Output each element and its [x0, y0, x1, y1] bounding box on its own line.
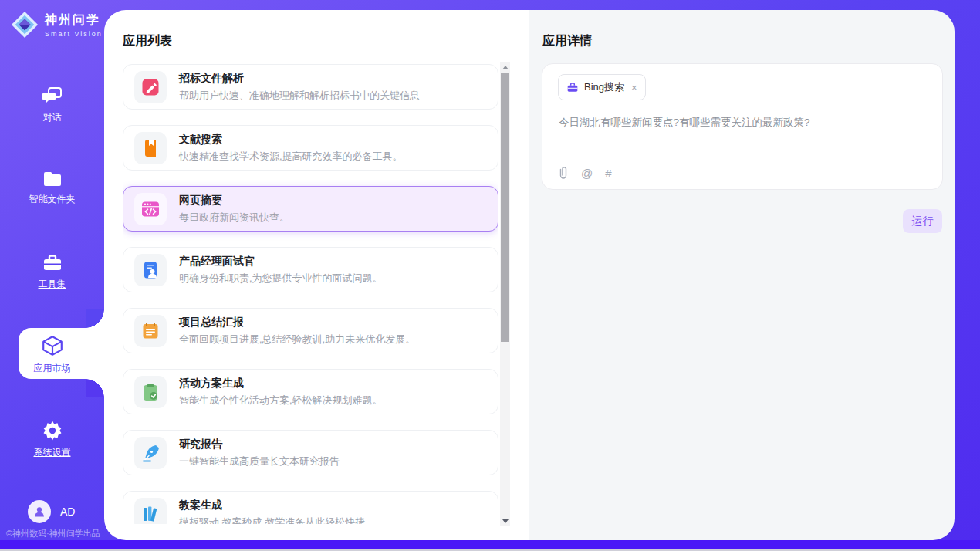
prompt-input-card[interactable]: Bing搜索 × 今日湖北有哪些新闻要点?有哪些需要关注的最新政策? @ # [542, 63, 943, 190]
app-description: 智能生成个性化活动方案,轻松解决规划难题。 [179, 394, 383, 407]
app-description: 每日政府新闻资讯快查。 [179, 211, 289, 225]
close-icon[interactable]: × [631, 82, 637, 93]
cube-icon [0, 334, 104, 357]
app-card-lesson-plan[interactable]: 教案生成 模板驱动,教案秒成,教学准备从此轻松快捷 [123, 491, 498, 524]
app-detail-title: 应用详情 [542, 33, 592, 49]
triangle-up-icon [502, 66, 509, 69]
app-description: 快速精准查找学术资源,提高研究效率的必备工具。 [179, 150, 403, 164]
app-name: 产品经理面试官 [179, 255, 383, 269]
main-content: 应用列表 招标文件解析 帮助用户快速、准确地理解和解析招标书中的关键信息 [104, 10, 955, 540]
copyright-text: ©神州数码·神州问学出品 [6, 528, 100, 539]
app-card-list: 招标文件解析 帮助用户快速、准确地理解和解析招标书中的关键信息 文献搜索 快速精… [123, 64, 498, 524]
app-description: 模板驱动,教案秒成,教学准备从此轻松快捷 [179, 516, 365, 525]
attachment-toolbar: @ # [558, 166, 612, 180]
app-card-activity-plan[interactable]: 活动方案生成 智能生成个性化活动方案,轻松解决规划难题。 [123, 369, 498, 414]
scroll-down-button[interactable] [500, 516, 510, 526]
sidebar-item-label: 对话 [0, 111, 104, 124]
sidebar: 神州问学 Smart Vision 对话 智能文件夹 [0, 0, 104, 540]
report-note-icon [134, 315, 167, 347]
scroll-up-button[interactable] [500, 62, 510, 73]
run-button[interactable]: 运行 [903, 209, 942, 233]
app-name: 研究报告 [179, 438, 340, 451]
at-icon[interactable]: @ [581, 167, 593, 180]
sidebar-item-toolset[interactable]: 工具集 [0, 253, 104, 291]
triangle-down-icon [502, 519, 509, 523]
chat-icon [0, 86, 104, 106]
app-description: 全面回顾项目进展,总结经验教训,助力未来优化发展。 [179, 333, 415, 346]
person-icon [33, 505, 46, 518]
sidebar-item-settings[interactable]: 系统设置 [0, 420, 104, 459]
sidebar-item-label: 应用市场 [0, 362, 104, 375]
app-list-panel: 应用列表 招标文件解析 帮助用户快速、准确地理解和解析招标书中的关键信息 [104, 10, 529, 540]
sidebar-item-label: 工具集 [0, 278, 104, 291]
app-card-research-report[interactable]: 研究报告 一键智能生成高质量长文本研究报告 [123, 430, 498, 475]
book-icon [134, 132, 167, 164]
clipboard-check-icon [134, 376, 167, 408]
brand-logo: 神州问学 Smart Vision [10, 10, 103, 39]
sidebar-item-app-market[interactable]: 应用市场 [0, 334, 104, 375]
books-icon [134, 498, 167, 525]
folder-icon [0, 170, 104, 188]
app-description: 一键智能生成高质量长文本研究报告 [179, 455, 340, 468]
scrollbar-thumb[interactable] [501, 73, 509, 342]
app-card-pm-interviewer[interactable]: 产品经理面试官 明确身份和职责,为您提供专业性的面试问题。 [123, 247, 498, 292]
ink-pen-icon [134, 437, 167, 469]
diamond-logo-icon [10, 10, 39, 39]
sidebar-item-label: 系统设置 [0, 446, 104, 459]
prompt-text: 今日湖北有哪些新闻要点?有哪些需要关注的最新政策? [559, 115, 927, 130]
hash-icon[interactable]: # [605, 167, 611, 180]
user-account[interactable]: AD [28, 500, 75, 523]
document-edit-icon [134, 71, 167, 103]
bottom-accent-strip [0, 540, 980, 549]
app-card-bid-document-parse[interactable]: 招标文件解析 帮助用户快速、准确地理解和解析招标书中的关键信息 [123, 64, 498, 110]
app-description: 帮助用户快速、准确地理解和解析招标书中的关键信息 [179, 89, 420, 103]
brand-name: 神州问学 [45, 13, 100, 26]
interview-doc-icon [134, 254, 167, 286]
app-name: 文献搜索 [179, 133, 403, 147]
app-card-literature-search[interactable]: 文献搜索 快速精准查找学术资源,提高研究效率的必备工具。 [123, 125, 498, 171]
toolbox-icon [0, 253, 104, 273]
list-scrollbar[interactable] [500, 62, 510, 526]
app-description: 明确身份和职责,为您提供专业性的面试问题。 [179, 272, 383, 286]
gear-icon [0, 420, 104, 441]
avatar[interactable] [28, 500, 51, 523]
briefcase-icon [566, 82, 579, 93]
browser-code-icon [134, 193, 167, 225]
app-card-web-summary[interactable]: 网页摘要 每日政府新闻资讯快查。 [123, 186, 498, 232]
app-name: 活动方案生成 [179, 377, 383, 390]
app-name: 网页摘要 [179, 194, 289, 208]
user-name: AD [60, 505, 75, 518]
app-detail-panel: 应用详情 Bing搜索 × 今日湖北有哪些新闻要点?有哪些需要关注的最新政策? [529, 10, 955, 540]
app-name: 项目总结汇报 [179, 316, 415, 330]
sidebar-item-chat[interactable]: 对话 [0, 86, 104, 124]
app-card-project-summary[interactable]: 项目总结汇报 全面回顾项目进展,总结经验教训,助力未来优化发展。 [123, 308, 498, 353]
app-name: 招标文件解析 [179, 72, 420, 86]
tool-tag-label: Bing搜索 [584, 80, 624, 94]
brand-subtitle: Smart Vision [45, 30, 103, 38]
paperclip-icon[interactable] [558, 166, 569, 180]
sidebar-item-label: 智能文件夹 [0, 193, 104, 206]
sidebar-item-smart-folders[interactable]: 智能文件夹 [0, 170, 104, 206]
app-name: 教案生成 [179, 499, 365, 512]
tool-tag-bing-search[interactable]: Bing搜索 × [558, 74, 646, 100]
app-list-title: 应用列表 [123, 33, 172, 49]
